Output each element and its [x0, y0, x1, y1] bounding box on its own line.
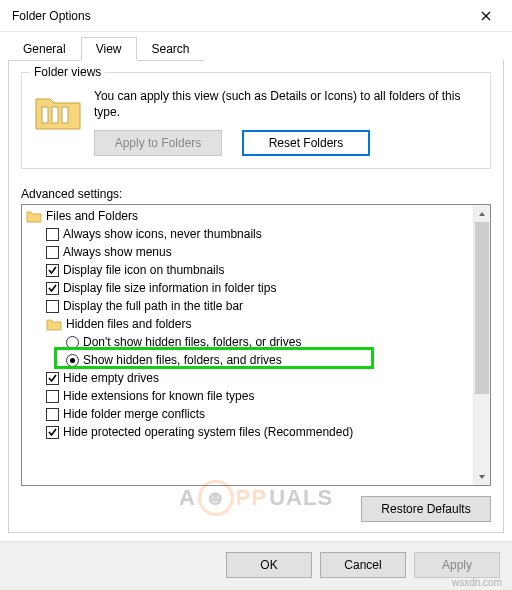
- checkbox[interactable]: [46, 246, 59, 259]
- vertical-scrollbar[interactable]: [473, 205, 490, 485]
- tab-strip: General View Search: [0, 32, 512, 60]
- tree-item-label: Hide protected operating system files (R…: [63, 425, 353, 439]
- tree-item[interactable]: Hide empty drives: [26, 369, 473, 387]
- tab-view[interactable]: View: [81, 37, 137, 61]
- scroll-up-button[interactable]: [474, 205, 490, 222]
- tree-item-label: Display the full path in the title bar: [63, 299, 243, 313]
- checkbox[interactable]: [46, 390, 59, 403]
- checkbox[interactable]: [46, 264, 59, 277]
- tree-item[interactable]: Hide folder merge conflicts: [26, 405, 473, 423]
- scroll-down-button[interactable]: [474, 468, 490, 485]
- checkbox[interactable]: [46, 372, 59, 385]
- folder-options-window: Folder Options General View Search Folde…: [0, 0, 512, 590]
- folder-views-body: You can apply this view (such as Details…: [94, 89, 478, 156]
- radio[interactable]: [66, 336, 79, 349]
- close-button[interactable]: [466, 2, 506, 30]
- apply-button: Apply: [414, 552, 500, 578]
- advanced-settings-box: Files and FoldersAlways show icons, neve…: [21, 204, 491, 486]
- tree-item-label: Hide folder merge conflicts: [63, 407, 205, 421]
- folder-views-description: You can apply this view (such as Details…: [94, 89, 478, 120]
- folder-views-group: Folder views You can apply this view (su…: [21, 72, 491, 169]
- scroll-thumb[interactable]: [475, 222, 489, 394]
- tree-item[interactable]: Display file icon on thumbnails: [26, 261, 473, 279]
- titlebar: Folder Options: [0, 0, 512, 32]
- dialog-footer: OK Cancel Apply: [0, 541, 512, 590]
- tree-item[interactable]: Display the full path in the title bar: [26, 297, 473, 315]
- tree-item-label: Display file size information in folder …: [63, 281, 276, 295]
- tree-item[interactable]: Always show menus: [26, 243, 473, 261]
- close-icon: [481, 11, 491, 21]
- checkbox[interactable]: [46, 300, 59, 313]
- tree-root-label: Files and Folders: [46, 209, 138, 223]
- tree-item-label: Show hidden files, folders, and drives: [83, 353, 282, 367]
- tree-item[interactable]: Display file size information in folder …: [26, 279, 473, 297]
- checkbox[interactable]: [46, 228, 59, 241]
- folder-columns-icon: [34, 89, 82, 131]
- tree-item-label: Hide empty drives: [63, 371, 159, 385]
- window-title: Folder Options: [12, 9, 466, 23]
- tree-root-folder: Files and Folders: [26, 207, 473, 225]
- tree-item[interactable]: Don't show hidden files, folders, or dri…: [26, 333, 473, 351]
- advanced-settings-label: Advanced settings:: [21, 187, 491, 201]
- scroll-track[interactable]: [474, 222, 490, 468]
- tree-item[interactable]: Hidden files and folders: [26, 315, 473, 333]
- svg-rect-2: [62, 107, 68, 123]
- reset-folders-button[interactable]: Reset Folders: [242, 130, 370, 156]
- tree-item-label: Display file icon on thumbnails: [63, 263, 224, 277]
- svg-rect-1: [52, 107, 58, 123]
- tree-item[interactable]: Hide protected operating system files (R…: [26, 423, 473, 441]
- folder-views-legend: Folder views: [30, 65, 105, 79]
- checkbox[interactable]: [46, 408, 59, 421]
- source-label: wsxdn.com: [452, 577, 502, 588]
- tree-item-label: Don't show hidden files, folders, or dri…: [83, 335, 301, 349]
- view-tab-panel: Folder views You can apply this view (su…: [8, 60, 504, 533]
- advanced-settings-tree[interactable]: Files and FoldersAlways show icons, neve…: [22, 205, 473, 485]
- tree-item-label: Always show menus: [63, 245, 172, 259]
- svg-rect-0: [42, 107, 48, 123]
- tree-item[interactable]: Hide extensions for known file types: [26, 387, 473, 405]
- tree-item[interactable]: Show hidden files, folders, and drives: [26, 351, 473, 369]
- radio[interactable]: [66, 354, 79, 367]
- tree-item-label: Hide extensions for known file types: [63, 389, 254, 403]
- ok-button[interactable]: OK: [226, 552, 312, 578]
- tab-general[interactable]: General: [8, 37, 81, 61]
- checkbox[interactable]: [46, 426, 59, 439]
- checkbox[interactable]: [46, 282, 59, 295]
- restore-defaults-button[interactable]: Restore Defaults: [361, 496, 491, 522]
- tab-search[interactable]: Search: [137, 37, 205, 61]
- tree-item[interactable]: Always show icons, never thumbnails: [26, 225, 473, 243]
- tree-item-label: Hidden files and folders: [66, 317, 191, 331]
- cancel-button[interactable]: Cancel: [320, 552, 406, 578]
- apply-to-folders-button: Apply to Folders: [94, 130, 222, 156]
- tree-item-label: Always show icons, never thumbnails: [63, 227, 262, 241]
